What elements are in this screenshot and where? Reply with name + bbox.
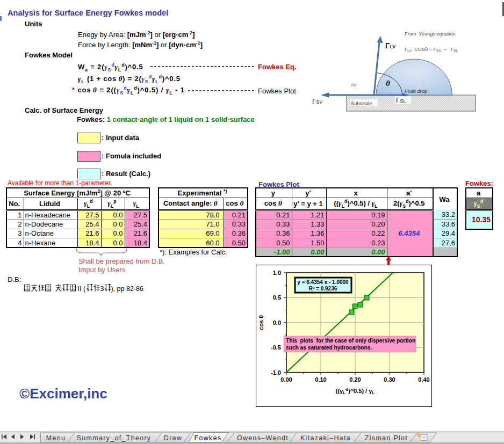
svg-text:Fluid drop: Fluid drop xyxy=(405,88,427,94)
svg-text:((γLd)^0.5) / γL: ((γLd)^0.5) / γL xyxy=(336,387,375,395)
svg-text:-0.5: -0.5 xyxy=(271,344,281,351)
svg-text:From Youngs equation: From Youngs equation xyxy=(405,31,456,37)
svg-text:Fowkes: Fowkes xyxy=(195,434,222,442)
svg-text:Menu: Menu xyxy=(46,434,66,442)
svg-text:), pp 82-86: ), pp 82-86 xyxy=(111,285,144,293)
svg-text:0.00: 0.00 xyxy=(280,376,292,383)
svg-text:Summary_of_Theory: Summary_of_Theory xyxy=(77,434,152,442)
svg-text:0.20: 0.20 xyxy=(349,376,361,383)
svg-text:0.40: 0.40 xyxy=(418,376,429,383)
svg-text:Zisman Plot: Zisman Plot xyxy=(365,434,408,442)
svg-text:Draw: Draw xyxy=(164,434,182,442)
svg-text:ΓSV: ΓSV xyxy=(312,97,322,105)
svg-text:0.5: 0.5 xyxy=(273,294,281,301)
svg-text:0.0: 0.0 xyxy=(273,319,281,326)
svg-text:cos θ: cos θ xyxy=(258,315,264,330)
svg-text:II (: II ( xyxy=(78,285,86,293)
svg-text:R² = 0.9236: R² = 0.9236 xyxy=(309,286,337,292)
svg-text:ΓLV: ΓLV xyxy=(385,41,395,50)
svg-text:such as saturated hydrocarbons: such as saturated hydrocarbons. xyxy=(286,345,372,351)
svg-text:3: 3 xyxy=(100,285,104,293)
svg-text:y = 6.4354 x - 1.0000: y = 6.4354 x - 1.0000 xyxy=(297,279,349,285)
svg-text:-1.0: -1.0 xyxy=(271,369,281,376)
svg-text:Substrate: Substrate xyxy=(351,101,372,106)
svg-text:0.30: 0.30 xyxy=(384,376,395,383)
svg-text:1.0: 1.0 xyxy=(273,270,281,276)
svg-text:θ: θ xyxy=(386,79,390,88)
svg-text:Air: Air xyxy=(351,82,357,88)
svg-text:Kitazaki–Hata: Kitazaki–Hata xyxy=(300,434,351,442)
svg-text:ΓLV COSθ = ΓSV – ΓSL: ΓLV COSθ = ΓSV – ΓSL xyxy=(405,47,458,53)
svg-text:This plots for the case of o: This plots for the case of only dispersi… xyxy=(286,338,415,344)
svg-text:Owens–Wendt: Owens–Wendt xyxy=(237,434,289,442)
svg-text:0.10: 0.10 xyxy=(315,376,326,383)
